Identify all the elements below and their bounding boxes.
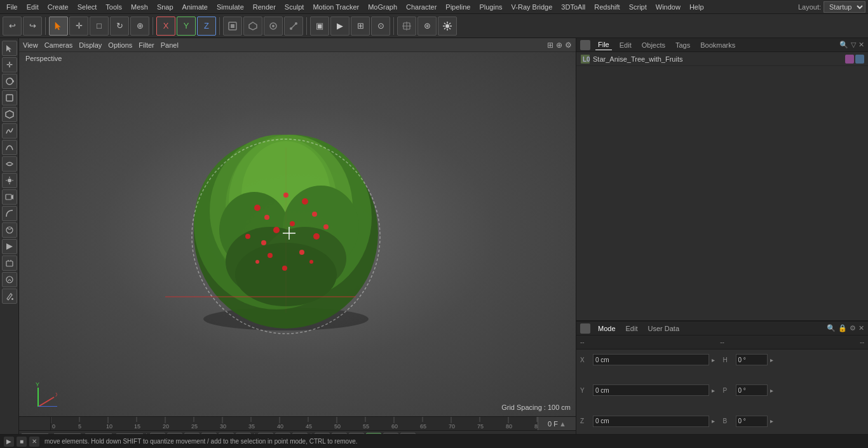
menu-animate[interactable]: Animate: [179, 2, 212, 12]
rotate-tool-button[interactable]: ↻: [110, 17, 129, 36]
attr-field-x-pos[interactable]: [593, 354, 709, 365]
palette-sculpt[interactable]: [2, 272, 17, 287]
menu-edit[interactable]: Edit: [23, 2, 43, 12]
menu-vray[interactable]: V-Ray Bridge: [508, 2, 557, 12]
menu-sculpt[interactable]: Sculpt: [281, 2, 308, 12]
attr-field-p[interactable]: [736, 384, 768, 396]
render-queue-button[interactable]: ⊞: [351, 17, 370, 36]
menu-mesh[interactable]: Mesh: [127, 2, 152, 12]
vp-menu-options[interactable]: Options: [108, 41, 132, 49]
obj-mgr-tab-edit[interactable]: Edit: [617, 40, 634, 50]
attr-field-y-pos[interactable]: [593, 384, 709, 396]
menu-create[interactable]: Create: [44, 2, 72, 12]
obj-mgr-tab-objects[interactable]: Objects: [639, 40, 668, 50]
menu-motion-tracker[interactable]: Motion Tracker: [309, 2, 363, 12]
menu-plugins[interactable]: Plugins: [475, 2, 506, 12]
select-tool-button[interactable]: [49, 17, 68, 36]
menu-pipeline[interactable]: Pipeline: [442, 2, 474, 12]
render-button[interactable]: ▶: [330, 17, 349, 36]
obj-mgr-tab-file[interactable]: File: [595, 39, 612, 50]
vp-menu-filter[interactable]: Filter: [139, 41, 154, 49]
timeline-current-frame[interactable]: 0 F ▲: [538, 417, 576, 431]
status-icon-play[interactable]: ▶: [4, 437, 14, 447]
obj-mgr-tab-bookmarks[interactable]: Bookmarks: [698, 40, 738, 50]
attr-tab-edit[interactable]: Edit: [623, 323, 641, 334]
menu-file[interactable]: File: [3, 2, 22, 12]
snap-tool-button[interactable]: [397, 17, 416, 36]
attr-settings-icon[interactable]: ⚙: [850, 324, 856, 332]
palette-scale[interactable]: [2, 90, 17, 105]
palette-paint[interactable]: [2, 288, 17, 304]
menu-mograph[interactable]: MoGraph: [364, 2, 401, 12]
attr-field-h[interactable]: [736, 354, 768, 365]
vp-icon-settings[interactable]: ⚙: [565, 41, 572, 50]
palette-light[interactable]: [2, 173, 17, 188]
menu-snap[interactable]: Snap: [153, 2, 177, 12]
attr-field-b[interactable]: [736, 416, 768, 427]
vp-menu-panel[interactable]: Panel: [161, 41, 179, 49]
render-view-button[interactable]: ▣: [310, 17, 329, 36]
palette-nurbs[interactable]: [2, 140, 17, 155]
vp-menu-cameras[interactable]: Cameras: [44, 41, 73, 49]
object-mode-button[interactable]: [223, 17, 242, 36]
menu-window[interactable]: Window: [652, 2, 684, 12]
palette-rotate[interactable]: [2, 74, 17, 89]
palette-material[interactable]: [2, 222, 17, 238]
menu-render[interactable]: Render: [249, 2, 280, 12]
axis-y-button[interactable]: Y: [177, 17, 196, 36]
attr-search-icon[interactable]: 🔍: [827, 324, 836, 332]
undo-button[interactable]: ↩: [3, 17, 22, 36]
timeline-ruler[interactable]: 0 5 10 15 20 25 30 35 40: [51, 417, 538, 431]
vp-icon-pin[interactable]: ⊕: [556, 41, 562, 50]
light-tool-button[interactable]: [438, 17, 457, 36]
vp-menu-view[interactable]: View: [23, 41, 38, 49]
axis-x-button[interactable]: X: [156, 17, 175, 36]
edge-mode-button[interactable]: [264, 17, 283, 36]
axis-z-button[interactable]: Z: [197, 17, 216, 36]
redo-button[interactable]: ↪: [23, 17, 42, 36]
obj-mgr-filter-icon[interactable]: ▽: [851, 41, 856, 49]
attr-close-icon[interactable]: ✕: [858, 324, 864, 332]
palette-polygon[interactable]: [2, 107, 17, 122]
menu-script[interactable]: Script: [625, 2, 651, 12]
obj-mgr-tab-tags[interactable]: Tags: [673, 40, 693, 50]
palette-deformer[interactable]: [2, 156, 17, 172]
menu-character[interactable]: Character: [402, 2, 440, 12]
palette-tag[interactable]: [2, 255, 17, 271]
menu-redshift[interactable]: Redshift: [590, 2, 623, 12]
palette-camera[interactable]: [2, 189, 17, 205]
attr-tab-user-data[interactable]: User Data: [646, 323, 682, 334]
menu-select[interactable]: Select: [74, 2, 101, 12]
palette-render[interactable]: [2, 239, 17, 254]
palette-bend[interactable]: [2, 206, 17, 221]
vp-menu-display[interactable]: Display: [79, 41, 102, 49]
object-row-tree[interactable]: L0 Star_Anise_Tree_with_Fruits: [576, 52, 868, 66]
move-tool-button[interactable]: ✛: [69, 17, 88, 36]
menu-help[interactable]: Help: [686, 2, 708, 12]
status-icon-x[interactable]: ✕: [29, 437, 39, 447]
palette-select[interactable]: [2, 41, 17, 56]
object-tag-1[interactable]: [845, 55, 854, 64]
object-tag-2[interactable]: [855, 55, 864, 64]
palette-move[interactable]: ✛: [2, 57, 17, 72]
polygon-mode-button[interactable]: [243, 17, 262, 36]
point-mode-button[interactable]: [284, 17, 303, 36]
attr-lock-icon[interactable]: 🔒: [838, 324, 847, 332]
layout-select[interactable]: Startup: [824, 1, 865, 13]
attr-field-z-pos[interactable]: [593, 416, 709, 427]
status-icon-stop[interactable]: ■: [17, 437, 27, 447]
menu-tools[interactable]: Tools: [102, 2, 126, 12]
coord-tool-button[interactable]: ⊛: [417, 17, 437, 36]
obj-mgr-close-icon[interactable]: ✕: [858, 41, 864, 49]
render-settings-button[interactable]: ⊙: [371, 17, 390, 36]
scale-tool-button[interactable]: □: [90, 17, 109, 36]
vp-icon-maximize[interactable]: ⊞: [547, 41, 553, 50]
transform-tool-button[interactable]: ⊕: [130, 17, 149, 36]
attr-tab-mode[interactable]: Mode: [595, 323, 618, 334]
palette-spline[interactable]: [2, 123, 17, 139]
main-toolbar: ↩ ↪ ✛ □ ↻ ⊕ X Y Z ▣ ▶ ⊞ ⊙ ⊛: [0, 14, 868, 38]
viewport-canvas[interactable]: Perspective: [19, 52, 576, 416]
obj-mgr-search-icon[interactable]: 🔍: [839, 41, 848, 49]
menu-3dtoall[interactable]: 3DToAll: [557, 2, 589, 12]
menu-simulate[interactable]: Simulate: [213, 2, 248, 12]
